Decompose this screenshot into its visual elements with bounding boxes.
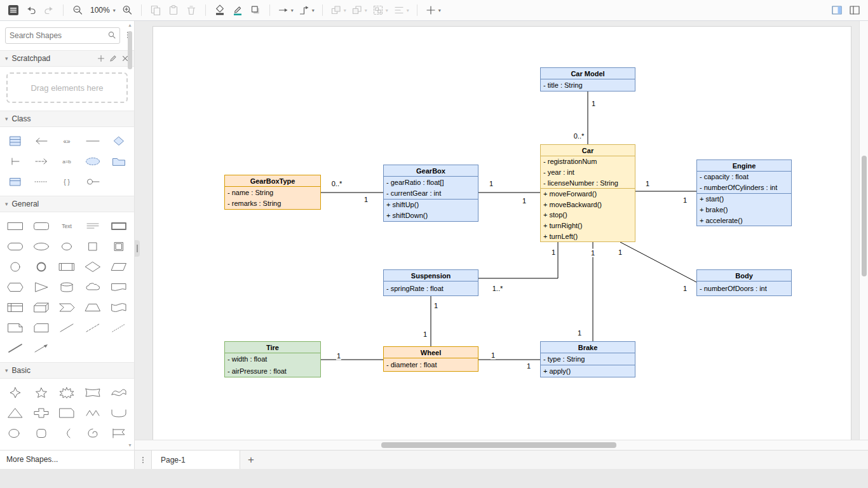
sidebar-resize-handle[interactable] xyxy=(135,240,140,257)
uml-class-car[interactable]: Car- registrationNum- year : int- licens… xyxy=(540,144,635,242)
square-shape-icon[interactable] xyxy=(80,236,106,257)
cross-shape-icon[interactable] xyxy=(29,403,55,423)
rrect-shape-icon[interactable] xyxy=(29,216,55,236)
star4-shape-icon[interactable] xyxy=(3,383,29,403)
horizontal-scrollbar[interactable] xyxy=(135,440,868,450)
page-tab[interactable]: Page-1 xyxy=(151,451,240,469)
trapezoid-shape-icon[interactable] xyxy=(80,297,106,318)
uml-class-body[interactable]: Body- numberOfDoors : int xyxy=(696,269,792,296)
caret-down-icon: ▾ xyxy=(407,8,409,13)
uml-class-engine[interactable]: Engine- capacity : float- numberOfCylind… xyxy=(696,159,792,226)
uml-class-suspension[interactable]: Suspension- springRate : float xyxy=(383,269,478,296)
internal-storage-shape-icon[interactable] xyxy=(3,297,29,318)
zoom-in-button[interactable] xyxy=(119,2,135,18)
uml-divider-shape-icon[interactable] xyxy=(3,151,29,172)
vertical-scrollbar[interactable] xyxy=(859,21,868,440)
waypoints-button[interactable]: ▾ xyxy=(297,2,316,18)
hexagon-shape-icon[interactable] xyxy=(3,277,29,297)
zoom-out-button[interactable] xyxy=(69,2,86,18)
uml-dotted-line-shape-icon[interactable] xyxy=(29,172,55,192)
uml-line-shape-icon[interactable] xyxy=(80,131,106,151)
scratchpad-edit-icon[interactable] xyxy=(109,55,117,62)
dashed-line-shape-icon[interactable] xyxy=(80,318,106,338)
circle-bold-shape-icon[interactable] xyxy=(29,257,55,277)
drawing-page[interactable] xyxy=(153,26,851,440)
burst-shape-icon[interactable] xyxy=(54,383,80,403)
uml-dashed-assoc-shape-icon[interactable] xyxy=(29,151,55,172)
bold-line-shape-icon[interactable] xyxy=(3,338,29,358)
uml-class-gearbox[interactable]: GearBox- gearRatio : float[]- currentGea… xyxy=(383,165,478,222)
uml-class-gearboxtype[interactable]: GearBoxType- name : String- remarks : St… xyxy=(224,175,321,210)
uml-class-wheel[interactable]: Wheel- diameter : float xyxy=(383,346,478,372)
arrow-shape-icon[interactable] xyxy=(29,338,55,358)
cloud-shape-icon[interactable] xyxy=(80,277,106,297)
blob-shape-icon[interactable] xyxy=(3,423,29,444)
text-shape-icon[interactable]: Text xyxy=(54,216,80,236)
uml-lollipop-shape-icon[interactable] xyxy=(80,172,106,192)
pages-menu-icon[interactable] xyxy=(135,451,151,469)
star5-shape-icon[interactable] xyxy=(29,383,55,403)
scroll-up-icon[interactable]: ▲ xyxy=(128,22,132,29)
diamond-shape-icon[interactable] xyxy=(80,257,106,277)
connection-button[interactable]: ▾ xyxy=(276,2,295,18)
uml-object-shape-icon[interactable] xyxy=(3,172,29,192)
textbox-shape-icon[interactable] xyxy=(80,216,106,236)
add-page-button[interactable]: + xyxy=(240,451,262,469)
triangle-shape-icon[interactable] xyxy=(29,277,55,297)
arc-shape-icon[interactable] xyxy=(54,423,80,444)
step-shape-icon[interactable] xyxy=(54,297,80,318)
circle-shape-icon[interactable] xyxy=(3,257,29,277)
scroll-down-icon[interactable]: ▼ xyxy=(128,442,132,449)
spiral-shape-icon[interactable] xyxy=(80,423,106,444)
outline-panel-button[interactable] xyxy=(846,2,863,18)
uml-interface-shape-icon[interactable]: «» xyxy=(54,131,80,151)
search-input[interactable] xyxy=(10,31,108,40)
cylinder-shape-icon[interactable] xyxy=(54,277,80,297)
process-shape-icon[interactable] xyxy=(54,257,80,277)
more-shapes-button[interactable]: More Shapes... xyxy=(0,450,135,469)
insert-button[interactable]: ▾ xyxy=(423,2,443,18)
uml-braces-shape-icon[interactable]: { } xyxy=(54,172,80,192)
collapse-caret-icon: ▾ xyxy=(5,367,8,374)
sidebar-scrollbar-thumb[interactable] xyxy=(128,31,132,69)
scratchpad-header[interactable]: ▾ Scratchpad xyxy=(0,50,134,67)
search-icon[interactable] xyxy=(108,30,116,41)
section-header-basic[interactable]: ▾Basic xyxy=(0,362,134,379)
scratchpad-drop-area[interactable]: Drag elements here xyxy=(6,72,128,103)
rect-shape-icon[interactable] xyxy=(3,216,29,236)
zoom-level-button[interactable]: 100%▾ xyxy=(87,2,118,18)
undo-button[interactable] xyxy=(23,2,39,18)
card-shape-icon[interactable] xyxy=(29,318,55,338)
zigzag-shape-icon[interactable] xyxy=(80,403,106,423)
corner-rect-shape-icon[interactable] xyxy=(54,403,80,423)
menu-button[interactable] xyxy=(5,2,22,18)
uml-ellipse-shape-icon[interactable] xyxy=(80,151,106,172)
section-header-general[interactable]: ▾General xyxy=(0,196,134,212)
shadow-button[interactable] xyxy=(247,2,264,18)
uml-label-shape-icon[interactable]: a=b xyxy=(54,151,80,172)
stadium-shape-icon[interactable] xyxy=(3,236,29,257)
uml-class-brake[interactable]: Brake- type : String+ apply() xyxy=(540,341,635,377)
scratchpad-add-icon[interactable] xyxy=(97,55,105,62)
cube-shape-icon[interactable] xyxy=(29,297,55,318)
fill-color-button[interactable] xyxy=(212,2,228,18)
triangle-up-shape-icon[interactable] xyxy=(3,403,29,423)
vertical-scrollbar-thumb[interactable] xyxy=(862,156,867,276)
line-shape-icon[interactable] xyxy=(54,318,80,338)
sidebar-scrollbar[interactable]: ▲ ▼ xyxy=(126,22,133,449)
rounded-square-shape-icon[interactable] xyxy=(29,423,55,444)
pillow-shape-icon[interactable] xyxy=(80,383,106,403)
uml-class-car-model[interactable]: Car Model- title : String xyxy=(540,67,635,92)
section-header-class[interactable]: ▾Class xyxy=(0,111,134,127)
ellipse-shape-icon[interactable] xyxy=(29,236,55,257)
note-shape-icon[interactable] xyxy=(3,318,29,338)
ellipse-small-shape-icon[interactable] xyxy=(54,236,80,257)
uml-assoc-shape-icon[interactable] xyxy=(29,131,55,151)
uml-class-shape-icon[interactable] xyxy=(3,131,29,151)
horizontal-scrollbar-thumb[interactable] xyxy=(381,442,616,448)
uml-class-tire[interactable]: Tire- width : float- airPressure : float xyxy=(224,341,321,377)
line-color-button[interactable] xyxy=(229,2,246,18)
canvas[interactable]: Car Model- title : StringCar- registrati… xyxy=(135,21,868,440)
search-box[interactable] xyxy=(5,27,120,44)
format-panel-button[interactable] xyxy=(829,2,845,18)
